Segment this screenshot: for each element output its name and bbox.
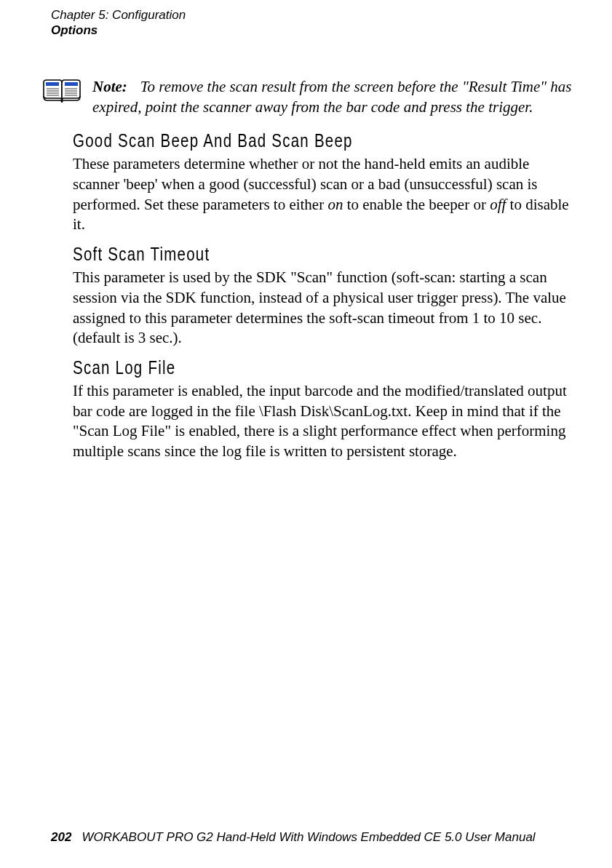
text-em2: off	[490, 196, 506, 213]
heading-soft-scan-timeout: Soft Scan Timeout	[73, 244, 485, 265]
page-footer: 202WORKABOUT PRO G2 Hand-Held With Windo…	[51, 830, 536, 845]
book-icon	[42, 78, 82, 104]
note-body: To remove the scan result from the scree…	[92, 78, 572, 116]
section-line: Options	[51, 23, 576, 38]
note-text: Note:To remove the scan result from the …	[92, 76, 576, 118]
svg-rect-1	[65, 82, 78, 86]
footer-title: WORKABOUT PRO G2 Hand-Held With Windows …	[82, 830, 535, 844]
body-soft-scan-timeout: This parameter is used by the SDK "Scan"…	[73, 268, 576, 349]
note-block: Note:To remove the scan result from the …	[42, 76, 576, 118]
page-header: Chapter 5: Configuration Options	[51, 7, 576, 39]
heading-scan-log-file: Scan Log File	[73, 357, 485, 378]
text-em1: on	[327, 196, 343, 213]
svg-rect-0	[46, 82, 59, 86]
text-mid: to enable the beeper or	[343, 196, 490, 213]
content: Good Scan Beep And Bad Scan Beep These p…	[73, 130, 576, 462]
body-scan-log-file: If this parameter is enabled, the input …	[73, 381, 576, 462]
page-number: 202	[51, 830, 71, 844]
body-good-scan-beep: These parameters determine whether or no…	[73, 154, 576, 235]
heading-good-scan-beep: Good Scan Beep And Bad Scan Beep	[73, 130, 485, 151]
chapter-line: Chapter 5: Configuration	[51, 7, 576, 23]
note-label: Note:	[92, 76, 127, 97]
